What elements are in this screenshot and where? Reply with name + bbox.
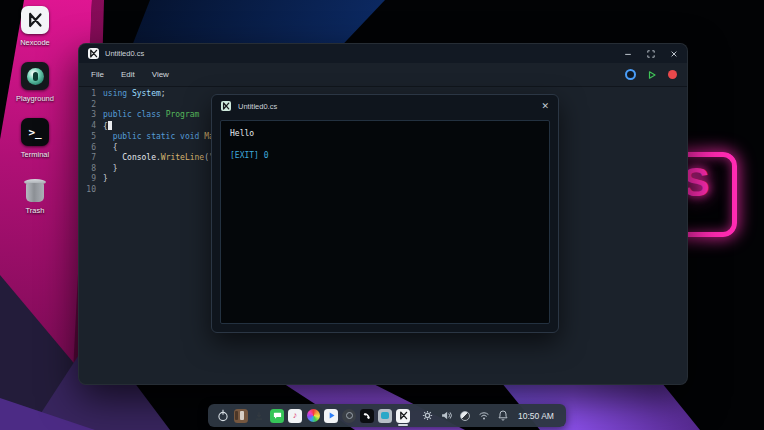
desktop-icon-label: Trash [26,206,45,215]
menu-items: FileEditView [91,70,186,79]
dotnet-icon[interactable] [625,69,636,80]
terminal-app-icon: >_ [21,118,49,146]
minimize-icon[interactable] [624,50,632,58]
desktop-icon-nexcode[interactable]: Nexcode [6,6,64,47]
theme-toggle-icon[interactable] [459,410,471,422]
run-icon[interactable] [647,70,657,80]
phone-icon[interactable] [360,409,374,423]
line-number: 5 [79,132,96,143]
run-controls [625,69,677,80]
line-number: 1 [79,89,96,100]
line-number: 8 [79,164,96,175]
videos-icon[interactable] [324,409,338,423]
launcher-icon[interactable] [216,409,230,423]
line-number: 10 [79,185,96,196]
program-output: Hello [EXIT] 0 [220,120,550,324]
playground-app-icon [21,62,49,90]
code-text: { [103,143,117,154]
window-title: Untitled0.cs [105,49,144,58]
notifications-bell-icon[interactable] [497,410,509,422]
clock[interactable]: 10:50 AM [518,411,554,421]
line-number: 7 [79,153,96,164]
system-tray [421,410,509,422]
code-text: public class Program [103,110,199,121]
output-line [230,140,540,151]
close-icon[interactable]: ✕ [541,101,549,111]
nexcode-logo-icon [221,101,231,111]
nexcode-icon[interactable] [396,409,410,423]
editor-menubar: FileEditView [79,63,687,87]
desktop-icon-trash[interactable]: Trash [6,174,64,215]
settings-gear-icon[interactable] [421,410,433,422]
desktop: { "wallpaper": { "neon_letter": "S", "ac… [0,0,764,430]
active-app-indicator [398,424,408,426]
menu-view[interactable]: View [152,70,169,79]
line-number: 9 [79,174,96,185]
line-number: 2 [79,100,96,111]
desktop-icon-label: Terminal [21,150,49,159]
line-number: 3 [79,110,96,121]
output-line: [EXIT] 0 [230,151,540,162]
books-icon[interactable] [234,409,248,423]
menu-edit[interactable]: Edit [121,70,135,79]
desktop-icon-playground[interactable]: Playground [6,62,64,103]
volume-icon[interactable] [440,410,452,422]
output-window-title: Untitled0.cs [238,102,277,111]
code-text: using System; [103,89,166,100]
desktop-icon-terminal[interactable]: >_Terminal [6,118,64,159]
output-window: Untitled0.cs ✕ Hello [EXIT] 0 [211,94,559,333]
camera-icon[interactable] [342,409,356,423]
output-titlebar[interactable]: Untitled0.cs ✕ [212,95,558,117]
desktop-icon-label: Playground [16,94,54,103]
music-icon[interactable]: ♪ [288,409,302,423]
line-number: 6 [79,143,96,154]
menu-file[interactable]: File [91,70,104,79]
files-icon[interactable] [378,409,392,423]
maximize-icon[interactable] [647,50,655,58]
trash-icon [21,174,49,202]
code-text: } [103,174,108,185]
nexcode-logo-icon [88,48,99,59]
desktop-icon-label: Nexcode [20,38,50,47]
close-icon[interactable] [670,50,678,58]
photos-icon[interactable] [306,409,320,423]
window-controls [624,50,678,58]
code-text: } [103,164,117,175]
nexcode-app-icon [21,6,49,34]
editor-titlebar[interactable]: Untitled0.cs [79,44,687,63]
stop-icon[interactable] [668,70,677,79]
output-line: Hello [230,129,540,140]
taskbar: ♪ 10:50 AM [208,404,566,427]
wifi-icon[interactable] [478,410,490,422]
taskbar-apps: ♪ [216,409,410,423]
code-text: { [103,121,112,133]
messages-icon[interactable] [270,409,284,423]
text-cursor [108,121,112,130]
line-number: 4 [79,121,96,133]
software-install-icon[interactable] [252,409,266,423]
desktop-icon-list: NexcodePlayground>_TerminalTrash [6,6,64,230]
